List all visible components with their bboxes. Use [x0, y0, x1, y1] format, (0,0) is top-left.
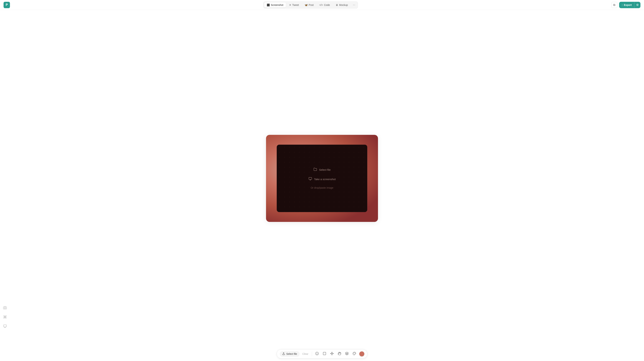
svg-rect-1 [4, 325, 6, 327]
tab-group: ⬛ Screenshot ✕ Tweet 🦋 Post </> Code 🖥 M… [263, 2, 358, 8]
upload-icon [282, 352, 285, 356]
toolbar-select-file-button[interactable]: Select file [280, 351, 300, 357]
move-icon [330, 352, 334, 356]
screenshot-label: Take a screenshot [314, 178, 336, 181]
inner-panel[interactable]: Select file Take a screenshot O [277, 144, 367, 212]
logo[interactable]: P [4, 2, 10, 8]
export-text: Export [624, 4, 632, 6]
toolbar-palette-tool[interactable] [351, 351, 358, 357]
toolbar-hand-tool[interactable] [336, 351, 342, 357]
toolbar-divider [312, 352, 312, 356]
copy-button[interactable]: ⧉ [611, 2, 617, 8]
svg-point-0 [4, 307, 6, 308]
code-tab-icon: </> [319, 4, 323, 6]
tab-tweet-label: Tweet [292, 4, 299, 6]
toolbar-pill: Select file Clear [277, 349, 367, 358]
topbar: P ⬛ Screenshot ✕ Tweet 🦋 Post </> Code 🖥… [0, 0, 644, 10]
screenshot-tab-icon: ⬛ [267, 4, 270, 6]
svg-point-18 [354, 354, 354, 354]
export-arrow-icon: ⚙ [636, 3, 639, 6]
export-options-button[interactable]: ⚙ [634, 2, 640, 8]
export-button[interactable]: ↑ Export ⚙ [619, 2, 640, 8]
svg-rect-11 [323, 352, 326, 355]
select-file-action[interactable]: Select file [313, 168, 330, 172]
toolbar-clear-button[interactable]: Clear [301, 352, 310, 356]
tab-screenshot-label: Screenshot [271, 4, 284, 6]
toolbar-select-file-label: Select file [286, 352, 297, 355]
tab-mockup-label: Mockup [339, 4, 348, 6]
hand-icon [338, 352, 341, 356]
main-area: Select file Take a screenshot O [0, 10, 644, 347]
preview-card[interactable]: Select file Take a screenshot O [266, 135, 378, 222]
take-screenshot-action[interactable]: Take a screenshot [308, 177, 336, 182]
tab-more-button[interactable]: ··· [351, 2, 357, 8]
toolbar-layers-tool[interactable] [344, 351, 350, 357]
left-sidebar [0, 301, 10, 332]
tab-code[interactable]: </> Code [317, 2, 332, 8]
rect-icon [323, 352, 326, 356]
bottom-toolbar: Select file Clear [0, 347, 644, 361]
tab-post[interactable]: 🦋 Post [302, 2, 316, 8]
select-file-label: Select file [319, 168, 330, 171]
post-tab-icon: 🦋 [304, 4, 308, 6]
sidebar-monitor-icon[interactable] [2, 323, 8, 329]
svg-marker-14 [346, 352, 348, 353]
toolbar-emoji-tool[interactable] [314, 351, 320, 357]
copy-icon: ⧉ [613, 4, 615, 6]
tab-screenshot[interactable]: ⬛ Screenshot [264, 2, 286, 8]
layers-icon [345, 352, 349, 356]
drop-text: Or drop/paste image [311, 186, 333, 189]
export-label-area[interactable]: ↑ Export [619, 2, 634, 8]
clear-label: Clear [302, 352, 308, 355]
mockup-tab-icon: 🖥 [336, 4, 338, 6]
tweet-tab-icon: ✕ [289, 4, 291, 6]
tab-mockup[interactable]: 🖥 Mockup [333, 2, 350, 8]
palette-icon [352, 352, 356, 356]
toolbar-move-tool[interactable] [329, 351, 335, 357]
sidebar-camera-icon[interactable] [2, 305, 8, 310]
export-icon: ↑ [622, 4, 623, 6]
tab-code-label: Code [324, 4, 330, 6]
tab-tweet[interactable]: ✕ Tweet [287, 2, 302, 8]
color-swatch[interactable] [359, 352, 364, 356]
emoji-icon [315, 352, 319, 356]
tab-post-label: Post [309, 4, 314, 6]
toolbar-rect-tool[interactable] [321, 351, 328, 357]
canvas-area: Select file Take a screenshot O [0, 10, 644, 347]
svg-point-8 [316, 352, 318, 355]
screen-icon [308, 177, 312, 182]
topbar-right: ⧉ ↑ Export ⚙ [611, 2, 640, 8]
folder-icon [313, 168, 317, 172]
svg-rect-4 [309, 178, 312, 180]
sidebar-command-icon[interactable] [2, 314, 8, 320]
